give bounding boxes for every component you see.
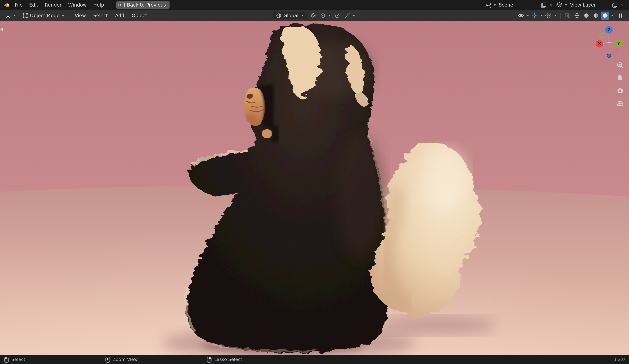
orientation-global-icon bbox=[276, 13, 281, 18]
new-view-layer-icon[interactable] bbox=[611, 2, 618, 8]
shading-material-button[interactable] bbox=[591, 12, 600, 19]
overlays-icon bbox=[545, 13, 552, 18]
scene-name-field[interactable]: Scene bbox=[497, 2, 539, 8]
pause-icon[interactable] bbox=[616, 13, 625, 18]
visibility-dropdown[interactable] bbox=[517, 12, 530, 19]
editor-type-caret bbox=[13, 15, 16, 16]
scene-icon[interactable] bbox=[485, 2, 491, 8]
mode-selector-label: Object Mode bbox=[30, 13, 60, 18]
remove-view-layer-icon[interactable]: × bbox=[619, 2, 626, 8]
viewport-3d[interactable]: Z X Y bbox=[0, 21, 629, 355]
show-overlays-toggle[interactable] bbox=[544, 12, 557, 19]
blender-version: 3.2.0 bbox=[614, 355, 625, 364]
blender-logo-icon[interactable] bbox=[2, 2, 11, 8]
svg-text:X: X bbox=[598, 41, 601, 46]
proportional-editing-icon[interactable] bbox=[334, 13, 341, 18]
object-mode-icon bbox=[22, 13, 28, 18]
mode-selector-caret bbox=[62, 15, 64, 16]
falloff-caret bbox=[353, 15, 355, 16]
hint-zoom-view: Zoom View bbox=[105, 355, 138, 364]
gizmo-y-axis[interactable]: Y bbox=[615, 40, 623, 47]
menu-object[interactable]: Object bbox=[128, 10, 151, 21]
overlays-caret bbox=[554, 15, 557, 16]
viewport-header: Object Mode View Select Add Object Globa… bbox=[0, 10, 629, 21]
right-mouse-icon bbox=[207, 356, 212, 363]
hint-zoom-view-label: Zoom View bbox=[113, 357, 138, 362]
scene-selector: Scene × bbox=[485, 2, 554, 8]
camera-view-button[interactable] bbox=[615, 86, 625, 95]
topbar-right: Scene × View Layer bbox=[485, 2, 627, 8]
view-layer-name-field[interactable]: View Layer bbox=[568, 2, 610, 8]
snap-target-icon bbox=[320, 13, 325, 18]
gizmo-z-axis[interactable]: Z bbox=[605, 26, 613, 34]
menu-edit[interactable]: Edit bbox=[26, 0, 42, 10]
hint-select-label: Select bbox=[11, 357, 25, 362]
status-bar: Select Zoom View Lasso Select 3.2.0 bbox=[0, 355, 629, 364]
pan-hand-button[interactable] bbox=[615, 73, 625, 83]
snap-target-caret bbox=[328, 15, 330, 16]
svg-text:Z: Z bbox=[608, 28, 610, 32]
new-scene-icon[interactable] bbox=[540, 2, 547, 8]
snap-magnet-icon[interactable] bbox=[309, 12, 316, 19]
hint-lasso-select-label: Lasso Select bbox=[214, 357, 242, 362]
transform-orientation-dropdown[interactable]: Global bbox=[273, 12, 307, 19]
shading-options-caret[interactable] bbox=[611, 15, 614, 16]
menu-view[interactable]: View bbox=[71, 10, 90, 21]
back-arrow-icon bbox=[118, 2, 125, 7]
xray-toggle[interactable] bbox=[564, 13, 572, 18]
toolbar-expand-arrow[interactable] bbox=[0, 27, 3, 31]
header-right-controls bbox=[517, 12, 627, 19]
shading-rendered-button[interactable] bbox=[601, 12, 609, 19]
visibility-caret bbox=[527, 15, 529, 16]
snap-target-dropdown[interactable] bbox=[319, 12, 331, 19]
menu-select[interactable]: Select bbox=[90, 10, 112, 21]
unlink-scene-icon[interactable]: × bbox=[548, 2, 554, 8]
show-gizmo-toggle[interactable] bbox=[531, 12, 543, 19]
gizmo-neg-x-axis[interactable] bbox=[615, 48, 619, 53]
hint-select: Select bbox=[4, 355, 25, 364]
hint-lasso-select: Lasso Select bbox=[207, 355, 242, 364]
view-layer-selector: View Layer × bbox=[556, 2, 626, 8]
gizmo-neg-y-axis[interactable] bbox=[600, 33, 604, 38]
camera-indicator-dot[interactable] bbox=[607, 54, 611, 58]
gizmo-icon bbox=[532, 12, 538, 19]
header-center-controls: Global bbox=[273, 12, 356, 19]
topbar: File Edit Render Window Help Back to Pre… bbox=[0, 0, 629, 10]
view-layer-icon[interactable] bbox=[556, 2, 563, 8]
mode-selector[interactable]: Object Mode bbox=[20, 12, 67, 19]
scene-dropdown-caret[interactable] bbox=[493, 4, 496, 6]
shading-solid-button[interactable] bbox=[582, 12, 591, 19]
back-to-previous-button[interactable]: Back to Previous bbox=[116, 1, 170, 8]
svg-text:Y: Y bbox=[617, 41, 620, 46]
shading-wireframe-button[interactable] bbox=[573, 12, 581, 19]
left-mouse-icon bbox=[4, 356, 9, 363]
menu-window[interactable]: Window bbox=[65, 0, 90, 10]
menu-file[interactable]: File bbox=[11, 0, 26, 10]
menu-add[interactable]: Add bbox=[111, 10, 128, 21]
viewport-render bbox=[0, 21, 629, 355]
gizmo-x-axis[interactable]: X bbox=[596, 40, 603, 47]
eye-icon bbox=[518, 13, 524, 18]
zoom-button[interactable] bbox=[615, 60, 625, 70]
menu-render[interactable]: Render bbox=[42, 0, 65, 10]
proportional-falloff-dropdown[interactable] bbox=[343, 12, 356, 19]
film-grain bbox=[0, 21, 629, 355]
editor-type-selector[interactable] bbox=[2, 12, 18, 19]
menu-help[interactable]: Help bbox=[90, 0, 107, 10]
falloff-curve-icon bbox=[344, 13, 350, 18]
back-to-previous-label: Back to Previous bbox=[127, 2, 166, 8]
header-separator bbox=[560, 12, 561, 19]
transform-orientation-caret bbox=[302, 15, 304, 16]
viewport-3d-icon bbox=[5, 12, 11, 19]
perspective-toggle-button[interactable] bbox=[615, 98, 625, 108]
transform-orientation-label: Global bbox=[283, 13, 298, 18]
blender-window: File Edit Render Window Help Back to Pre… bbox=[0, 0, 629, 364]
view-layer-dropdown-caret[interactable] bbox=[565, 4, 567, 6]
middle-mouse-icon bbox=[105, 356, 110, 363]
gizmo-caret bbox=[540, 15, 543, 16]
